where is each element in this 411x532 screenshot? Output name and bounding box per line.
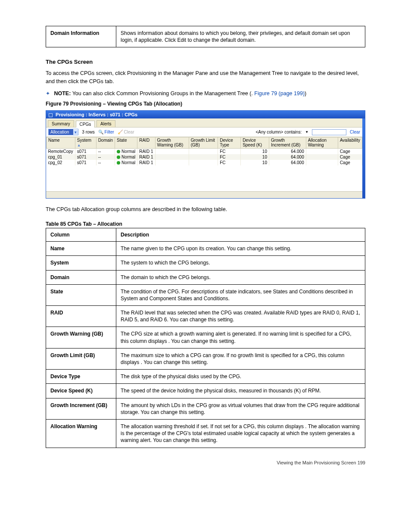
column-desc: The name given to the CPG upon its creat… <box>116 242 365 256</box>
status-dot-icon <box>117 150 120 153</box>
column-name: Growth Warning (GB) <box>46 327 116 348</box>
column-name: RAID <box>46 306 116 327</box>
column-name: State <box>46 284 116 305</box>
col-ds[interactable]: Device Speed (K) <box>241 137 269 149</box>
cpgs-grid: Name System ▲ Domain State RAID Growth W… <box>46 137 362 165</box>
page-footer-right: Viewing the Main Provisioning Screen 199 <box>46 460 365 465</box>
status-dot-icon <box>117 156 120 159</box>
column-name: Device Type <box>46 370 116 384</box>
note-icon <box>46 90 53 96</box>
column-desc: The CPG size at which a growth warning a… <box>116 327 365 348</box>
column-desc: The amount by which LDs in the CPG grow … <box>116 398 365 419</box>
allocation-columns-table: ColumnDescriptionNameThe name given to t… <box>46 228 365 448</box>
note-text: You can also click Common Provisioning G… <box>72 90 253 96</box>
toolbar: Allocation ▾ 3 rows 🔍 Filter 🧹 Clear <An… <box>46 128 362 137</box>
column-desc: The domain to which the CPG belongs. <box>116 270 365 284</box>
column-name: Allocation Warning <box>46 419 116 448</box>
table-row[interactable]: cpg_02s071--NormalRAID 1FC1064.000Cage <box>47 160 362 165</box>
column-name: Growth Limit (GB) <box>46 348 116 369</box>
tab-cpgs[interactable]: CPGs <box>76 121 95 128</box>
col-state[interactable]: State <box>115 137 137 149</box>
filter-button[interactable]: 🔍 Filter <box>98 130 114 134</box>
col-raid[interactable]: RAID <box>137 137 155 149</box>
column-name: Name <box>46 242 116 256</box>
window-icon <box>49 113 53 117</box>
col-domain[interactable]: Domain <box>96 137 115 149</box>
clear-button[interactable]: Clear <box>350 130 360 134</box>
tab-strip: Summary CPGs Alerts <box>46 118 362 128</box>
search-label: <Any column> contains: <box>255 130 302 134</box>
window-title: Provisioning : InServs : s071 : CPGs <box>56 112 137 117</box>
column-name: Growth Increment (GB) <box>46 398 116 419</box>
note-paragraph: NOTE: You can also click Common Provisio… <box>46 90 365 97</box>
status-dot-icon <box>117 161 120 165</box>
column-desc: The speed of the device holding the phys… <box>116 384 365 398</box>
col-av[interactable]: Availability <box>338 137 362 149</box>
column-desc: The condition of the CPG. For descriptio… <box>116 284 365 305</box>
col-aw[interactable]: Allocation Warning <box>306 137 338 149</box>
column-desc: The disk type of the physical disks used… <box>116 370 365 384</box>
tab-summary[interactable]: Summary <box>48 120 74 127</box>
column-desc: The RAID level that was selected when th… <box>116 306 365 327</box>
table-row[interactable]: RemoteCopys071--NormalRAID 1FC1064.000Ca… <box>47 149 362 155</box>
note-label: NOTE: <box>54 90 71 96</box>
provisioning-window: Provisioning : InServs : s071 : CPGs Sum… <box>46 110 365 199</box>
col-dt[interactable]: Device Type <box>218 137 241 149</box>
column-name: System <box>46 256 116 270</box>
search-dropdown-icon[interactable]: ▼ <box>305 130 308 134</box>
chevron-down-icon: ▾ <box>73 130 78 134</box>
intro-paragraph: To access the CPGs screen, click Provisi… <box>46 69 365 85</box>
allocation-dropdown[interactable]: Allocation ▾ <box>48 129 78 135</box>
column-name: Device Speed (K) <box>46 384 116 398</box>
domain-info-label: Domain Information <box>46 26 116 47</box>
tab-alerts[interactable]: Alerts <box>97 120 115 127</box>
figure-link[interactable]: Figure 79 (page 199) <box>254 90 305 96</box>
table-caption: Table 85 CPGs Tab – Allocation <box>46 221 365 227</box>
column-name: Domain <box>46 270 116 284</box>
col-gw[interactable]: Growth Warning (GB) <box>155 137 189 149</box>
section-heading: The CPGs Screen <box>46 59 365 65</box>
col-gl[interactable]: Growth Limit (GB) <box>189 137 218 149</box>
figure-caption: Figure 79 Provisioning – Viewing CPGs Ta… <box>46 101 365 107</box>
search-input[interactable] <box>312 129 346 135</box>
col-gi[interactable]: Growth Increment (GB) <box>269 137 306 149</box>
clear-filter-button[interactable]: 🧹 Clear <box>118 130 134 134</box>
domain-info-table: Domain Information Shows information abo… <box>46 26 365 47</box>
column-desc: The maximum size to which a CPG can grow… <box>116 348 365 369</box>
col-name[interactable]: Name <box>47 137 75 149</box>
window-status-bar <box>46 191 362 198</box>
row-count: 3 rows <box>82 130 94 134</box>
domain-info-text: Shows information about domains to which… <box>116 26 365 47</box>
below-paragraph: The CPGs tab Allocation group columns ar… <box>46 205 365 213</box>
sort-asc-icon: ▲ <box>77 143 81 147</box>
column-desc: The allocation warning threshold if set.… <box>116 419 365 448</box>
window-titlebar: Provisioning : InServs : s071 : CPGs <box>46 111 365 118</box>
column-desc: The system to which the CPG belongs. <box>116 256 365 270</box>
col-system[interactable]: System ▲ <box>75 137 96 149</box>
table-row[interactable]: cpg_01s071--NormalRAID 1FC1064.000Cage <box>47 154 362 160</box>
